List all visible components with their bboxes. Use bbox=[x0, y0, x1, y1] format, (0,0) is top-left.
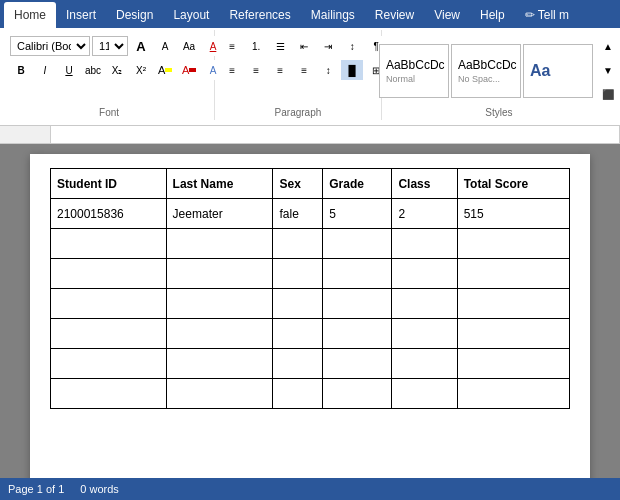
cell-r0-c5[interactable]: 515 bbox=[457, 199, 569, 229]
cell-r5-c1[interactable] bbox=[166, 349, 273, 379]
italic-button[interactable]: I bbox=[34, 60, 56, 80]
increase-indent-button[interactable]: ⇥ bbox=[317, 36, 339, 56]
cell-r0-c0[interactable]: 2100015836 bbox=[51, 199, 167, 229]
cell-r5-c4[interactable] bbox=[392, 349, 457, 379]
cell-r3-c5[interactable] bbox=[457, 289, 569, 319]
table-row bbox=[51, 379, 570, 409]
decrease-indent-button[interactable]: ⇤ bbox=[293, 36, 315, 56]
table-row bbox=[51, 259, 570, 289]
tab-layout[interactable]: Layout bbox=[163, 2, 219, 28]
cell-r5-c0[interactable] bbox=[51, 349, 167, 379]
styles-group: AaBbCcDc Normal AaBbCcDc No Spac... Aa ▲… bbox=[382, 30, 616, 120]
multilevel-list-button[interactable]: ☰ bbox=[269, 36, 291, 56]
cell-r1-c3[interactable] bbox=[323, 229, 392, 259]
tab-review[interactable]: Review bbox=[365, 2, 424, 28]
ribbon-tabs: Home Insert Design Layout References Mai… bbox=[0, 0, 620, 28]
cell-r6-c2[interactable] bbox=[273, 379, 323, 409]
cell-r6-c0[interactable] bbox=[51, 379, 167, 409]
col-sex: Sex bbox=[273, 169, 323, 199]
tab-insert[interactable]: Insert bbox=[56, 2, 106, 28]
cell-r1-c1[interactable] bbox=[166, 229, 273, 259]
style-normal[interactable]: AaBbCcDc Normal bbox=[379, 44, 449, 98]
tab-design[interactable]: Design bbox=[106, 2, 163, 28]
cell-r0-c4[interactable]: 2 bbox=[392, 199, 457, 229]
cell-r1-c5[interactable] bbox=[457, 229, 569, 259]
cell-r4-c4[interactable] bbox=[392, 319, 457, 349]
cell-r0-c2[interactable]: fale bbox=[273, 199, 323, 229]
style-normal-label: Normal bbox=[386, 74, 415, 84]
font-name-select[interactable]: Calibri (Body) bbox=[10, 36, 90, 56]
tab-tell-me[interactable]: ✏ Tell m bbox=[515, 2, 579, 28]
underline-button[interactable]: U bbox=[58, 60, 80, 80]
status-bar: Page 1 of 1 0 words bbox=[0, 478, 620, 500]
bullets-button[interactable]: ≡ bbox=[221, 36, 243, 56]
cell-r2-c1[interactable] bbox=[166, 259, 273, 289]
cell-r4-c1[interactable] bbox=[166, 319, 273, 349]
superscript-button[interactable]: X² bbox=[130, 60, 152, 80]
font-shrink-button[interactable]: A bbox=[154, 36, 176, 56]
cell-r2-c0[interactable] bbox=[51, 259, 167, 289]
cell-r4-c2[interactable] bbox=[273, 319, 323, 349]
justify-button[interactable]: ≡ bbox=[293, 60, 315, 80]
font-color-button[interactable]: A bbox=[178, 60, 200, 80]
highlight-button[interactable]: A bbox=[154, 60, 176, 80]
cell-r1-c2[interactable] bbox=[273, 229, 323, 259]
cell-r6-c4[interactable] bbox=[392, 379, 457, 409]
align-left-button[interactable]: ≡ bbox=[221, 60, 243, 80]
cell-r0-c3[interactable]: 5 bbox=[323, 199, 392, 229]
strikethrough-button[interactable]: abc bbox=[82, 60, 104, 80]
style-no-spacing[interactable]: AaBbCcDc No Spac... bbox=[451, 44, 521, 98]
styles-expand[interactable]: ⬛ bbox=[597, 85, 619, 105]
cell-r2-c4[interactable] bbox=[392, 259, 457, 289]
change-case-button[interactable]: Aa bbox=[178, 36, 200, 56]
font-grow-button[interactable]: A bbox=[130, 36, 152, 56]
style-no-spacing-label: No Spac... bbox=[458, 74, 500, 84]
cell-r6-c1[interactable] bbox=[166, 379, 273, 409]
style-heading[interactable]: Aa bbox=[523, 44, 593, 98]
cell-r3-c0[interactable] bbox=[51, 289, 167, 319]
cell-r2-c3[interactable] bbox=[323, 259, 392, 289]
cell-r6-c3[interactable] bbox=[323, 379, 392, 409]
cell-r0-c1[interactable]: Jeemater bbox=[166, 199, 273, 229]
shading-button[interactable]: █ bbox=[341, 60, 363, 80]
align-right-button[interactable]: ≡ bbox=[269, 60, 291, 80]
align-center-button[interactable]: ≡ bbox=[245, 60, 267, 80]
numbering-button[interactable]: 1. bbox=[245, 36, 267, 56]
tab-home[interactable]: Home bbox=[4, 2, 56, 28]
subscript-button[interactable]: X₂ bbox=[106, 60, 128, 80]
cell-r5-c2[interactable] bbox=[273, 349, 323, 379]
bold-button[interactable]: B bbox=[10, 60, 32, 80]
cell-r4-c0[interactable] bbox=[51, 319, 167, 349]
font-size-select[interactable]: 11 bbox=[92, 36, 128, 56]
cell-r3-c3[interactable] bbox=[323, 289, 392, 319]
cell-r6-c5[interactable] bbox=[457, 379, 569, 409]
cell-r3-c1[interactable] bbox=[166, 289, 273, 319]
sort-button[interactable]: ↕ bbox=[341, 36, 363, 56]
col-student-id: Student ID bbox=[51, 169, 167, 199]
cell-r2-c5[interactable] bbox=[457, 259, 569, 289]
styles-scroll-down[interactable]: ▼ bbox=[597, 61, 619, 81]
styles-scroll-up[interactable]: ▲ bbox=[597, 37, 619, 57]
cell-r5-c3[interactable] bbox=[323, 349, 392, 379]
cell-r4-c3[interactable] bbox=[323, 319, 392, 349]
document-page[interactable]: Student ID Last Name Sex Grade Class Tot… bbox=[30, 154, 590, 478]
cell-r3-c2[interactable] bbox=[273, 289, 323, 319]
tab-view[interactable]: View bbox=[424, 2, 470, 28]
cell-r5-c5[interactable] bbox=[457, 349, 569, 379]
paragraph-group-label: Paragraph bbox=[275, 105, 322, 118]
cell-r4-c5[interactable] bbox=[457, 319, 569, 349]
style-no-spacing-preview: AaBbCcDc bbox=[458, 58, 517, 72]
tab-references[interactable]: References bbox=[219, 2, 300, 28]
col-class: Class bbox=[392, 169, 457, 199]
line-spacing-button[interactable]: ↕ bbox=[317, 60, 339, 80]
styles-group-label: Styles bbox=[485, 105, 512, 118]
col-grade: Grade bbox=[323, 169, 392, 199]
cell-r2-c2[interactable] bbox=[273, 259, 323, 289]
word-count: 0 words bbox=[80, 483, 119, 495]
cell-r1-c0[interactable] bbox=[51, 229, 167, 259]
cell-r3-c4[interactable] bbox=[392, 289, 457, 319]
tab-help[interactable]: Help bbox=[470, 2, 515, 28]
cell-r1-c4[interactable] bbox=[392, 229, 457, 259]
tab-mailings[interactable]: Mailings bbox=[301, 2, 365, 28]
table-row bbox=[51, 229, 570, 259]
